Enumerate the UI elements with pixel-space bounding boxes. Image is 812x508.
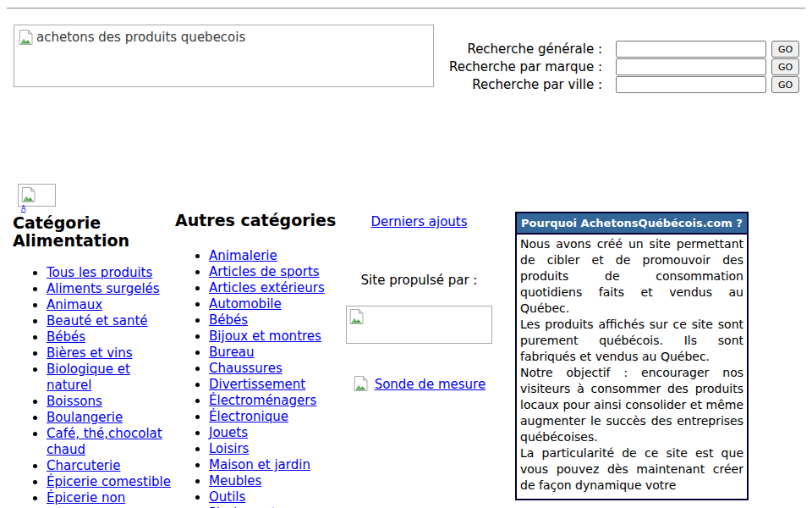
- food-categories-title: Catégorie Alimentation: [13, 214, 173, 250]
- go-button[interactable]: GO: [771, 76, 799, 93]
- list-item: Café, thé,chocolat chaud: [47, 426, 173, 458]
- search-label: Recherche par ville :: [436, 77, 602, 92]
- column-middle: Derniers ajouts Site propulsé par : Sond…: [345, 212, 493, 393]
- category-link[interactable]: Outils: [209, 489, 245, 505]
- search-row: Recherche générale : GO: [436, 41, 799, 58]
- category-link[interactable]: Électronique: [209, 409, 288, 424]
- list-item: Divertissement: [209, 377, 343, 393]
- category-link[interactable]: Électroménagers: [209, 393, 316, 408]
- search-input[interactable]: [616, 58, 766, 75]
- list-item: Bébés: [209, 312, 343, 329]
- category-link[interactable]: Automobile: [209, 296, 282, 312]
- clipped-alt-fragment: A: [21, 206, 25, 213]
- list-item: Maison et jardin: [209, 457, 343, 473]
- list-item: Bureau: [209, 345, 343, 361]
- column-food-categories: A Catégorie Alimentation Tous les produi…: [13, 184, 173, 508]
- category-link[interactable]: Aliments surgelés: [47, 281, 160, 296]
- category-link[interactable]: Meubles: [209, 473, 261, 489]
- list-item: Animalerie: [209, 248, 343, 264]
- list-item: Articles de sports: [209, 264, 343, 280]
- search-block: Recherche générale : GO Recherche par ma…: [436, 41, 799, 94]
- category-link[interactable]: Tous les produits: [47, 265, 152, 280]
- category-link[interactable]: Café, thé,chocolat chaud: [47, 426, 162, 457]
- list-item: Animaux: [47, 297, 173, 313]
- list-item: Meubles: [209, 473, 343, 489]
- category-link[interactable]: Bureau: [209, 345, 255, 360]
- list-item: Électronique: [209, 409, 343, 425]
- page: achetons des produits quebecois Recherch…: [0, 0, 812, 508]
- category-link[interactable]: Bijoux et montres: [209, 329, 321, 344]
- category-link[interactable]: Jouets: [209, 425, 248, 440]
- why-paragraph: Notre objectif : encourager nos visiteur…: [520, 365, 743, 445]
- category-link[interactable]: Épicerie non comestible: [47, 490, 125, 508]
- search-row: Recherche par ville : GO: [436, 76, 799, 93]
- category-link[interactable]: Bébés: [47, 329, 85, 345]
- why-paragraph: Nous avons créé un site permettant de ci…: [520, 236, 743, 317]
- list-item: Loisirs: [209, 441, 343, 457]
- why-panel-title: Pourquoi AchetonsQuébécois.com ?: [517, 213, 747, 235]
- list-item: Articles extérieurs: [209, 280, 343, 296]
- list-item: Électroménagers: [209, 393, 343, 409]
- category-link[interactable]: Épicerie comestible: [47, 474, 171, 489]
- top-divider: [7, 8, 805, 9]
- list-item: Épicerie comestible: [47, 474, 173, 490]
- category-link[interactable]: Bébés: [209, 312, 248, 328]
- other-categories-title: Autres catégories: [175, 212, 343, 229]
- category-link[interactable]: Animalerie: [209, 248, 277, 263]
- list-item: Bébés: [47, 329, 173, 345]
- powered-by-label: Site propulsé par :: [345, 273, 493, 289]
- other-categories-list: Animalerie Articles de sports Articles e…: [175, 248, 343, 508]
- list-item: Jouets: [209, 425, 343, 441]
- go-button[interactable]: GO: [771, 58, 799, 75]
- list-item: Boulangerie: [47, 410, 173, 426]
- category-link[interactable]: Divertissement: [209, 377, 305, 392]
- broken-image-icon: [20, 186, 37, 203]
- list-item: Outils: [209, 489, 343, 505]
- list-item: Charcuterie: [47, 458, 173, 474]
- category-link[interactable]: Articles extérieurs: [209, 280, 325, 295]
- latest-additions-link[interactable]: Derniers ajouts: [370, 214, 467, 229]
- category-link[interactable]: Chaussures: [209, 361, 283, 376]
- category-link[interactable]: Boulangerie: [47, 410, 123, 425]
- broken-image-icon-slot: [353, 377, 375, 392]
- powered-by-image[interactable]: [346, 306, 492, 344]
- category-link[interactable]: Bières et vins: [47, 345, 133, 361]
- list-item: Bijoux et montres: [209, 329, 343, 345]
- list-item: Tous les produits: [47, 265, 173, 281]
- category-link[interactable]: Articles de sports: [209, 264, 320, 279]
- food-categories-list: Tous les produits Aliments surgelés Anim…: [13, 265, 173, 508]
- search-label: Recherche générale :: [436, 41, 602, 57]
- list-item: Beauté et santé: [47, 313, 173, 329]
- search-input[interactable]: [616, 41, 766, 58]
- broken-image-icon: [348, 308, 365, 325]
- search-input[interactable]: [616, 76, 766, 93]
- category-link[interactable]: Biologique et naturel: [47, 362, 130, 393]
- search-label: Recherche par marque :: [436, 59, 602, 75]
- list-item: Biologique et naturel: [47, 362, 173, 394]
- go-button[interactable]: GO: [771, 41, 799, 58]
- broken-image-icon-slot: [18, 29, 35, 49]
- why-paragraph: Les produits affichés sur ce site sont p…: [520, 317, 743, 365]
- list-item: Automobile: [209, 296, 343, 312]
- list-item: Bières et vins: [47, 345, 173, 362]
- why-paragraph: La particularité de ce site est que vous…: [520, 445, 743, 494]
- column-other-categories: Autres catégories Animalerie Articles de…: [175, 212, 343, 508]
- category-image[interactable]: A: [18, 184, 56, 207]
- category-link[interactable]: Boissons: [47, 394, 102, 409]
- broken-image-icon: [353, 375, 370, 392]
- list-item: Chaussures: [209, 361, 343, 377]
- category-link[interactable]: Animaux: [47, 297, 102, 312]
- category-link[interactable]: Beauté et santé: [47, 313, 148, 329]
- why-panel: Pourquoi AchetonsQuébécois.com ? Nous av…: [515, 212, 749, 500]
- search-row: Recherche par marque : GO: [436, 58, 799, 75]
- logo-alt-text: achetons des produits quebecois: [36, 29, 245, 46]
- list-item: Aliments surgelés: [47, 281, 173, 297]
- category-link[interactable]: Maison et jardin: [209, 457, 310, 472]
- list-item: Boissons: [47, 394, 173, 410]
- category-link[interactable]: Loisirs: [209, 441, 249, 456]
- why-panel-body: Nous avons créé un site permettant de ci…: [517, 235, 747, 499]
- broken-image-icon: [18, 29, 35, 46]
- site-logo-image[interactable]: achetons des produits quebecois: [14, 25, 434, 87]
- sonde-de-mesure-link[interactable]: Sonde de mesure: [375, 377, 486, 392]
- category-link[interactable]: Charcuterie: [47, 458, 120, 473]
